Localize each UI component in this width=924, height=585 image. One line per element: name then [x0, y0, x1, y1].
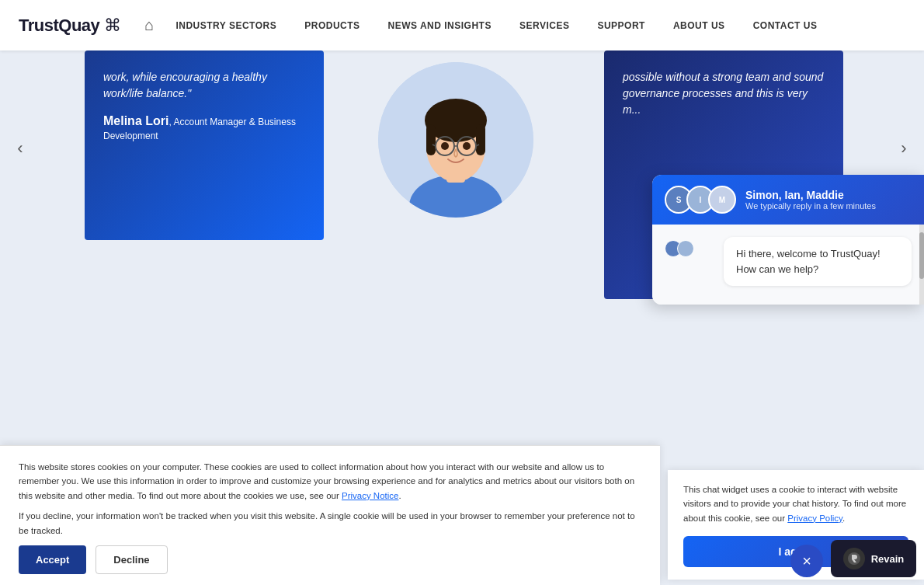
chat-header-avatars: S I M [665, 186, 736, 214]
navbar: TrustQuay ⌘ ⌂ INDUSTRY SECTORS PRODUCTS … [0, 0, 924, 50]
chat-cookie-text: This chat widget uses a cookie to intera… [683, 482, 908, 525]
revain-badge[interactable]: Revain [831, 540, 916, 577]
testimonial-quote-right: possible without a strong team and sound… [623, 69, 825, 118]
nav-products[interactable]: PRODUCTS [290, 0, 373, 50]
main-content: ‹ work, while encouraging a healthy work… [0, 50, 924, 585]
home-icon[interactable]: ⌂ [144, 16, 154, 34]
revain-logo-icon [847, 552, 861, 566]
chat-header: S I M Simon, Ian, Maddie We typically re… [652, 175, 924, 225]
chat-welcome-message: Hi there, welcome to TrustQuay! How can … [724, 237, 912, 286]
svg-point-12 [441, 142, 449, 150]
logo[interactable]: TrustQuay ⌘ [19, 16, 121, 36]
cookie-text-1: This website stores cookies on your comp… [19, 460, 641, 503]
avatar-illustration [378, 62, 533, 218]
testimonial-card-left: work, while encouraging a healthy work/l… [85, 50, 324, 240]
logo-text: TrustQuay [19, 16, 99, 36]
decline-button[interactable]: Decline [96, 545, 167, 574]
chat-reply-time: We typically reply in a few minutes [745, 201, 876, 211]
nav-industry-sectors[interactable]: INDUSTRY SECTORS [162, 0, 290, 50]
carousel-arrow-left[interactable]: ‹ [8, 136, 33, 161]
close-chat-button[interactable]: × [790, 545, 823, 577]
accept-button[interactable]: Accept [19, 545, 86, 574]
chat-body: Hi there, welcome to TrustQuay! How can … [652, 225, 924, 305]
cookie-banner: This website stores cookies on your comp… [0, 445, 660, 585]
revain-icon [843, 548, 865, 569]
testimonial-quote-left: work, while encouraging a healthy work/l… [103, 69, 305, 102]
nav-contact-us[interactable]: CONTACT US [739, 0, 832, 50]
nav-support[interactable]: SUPPORT [583, 0, 659, 50]
chat-avatar-3: M [708, 186, 736, 214]
chat-widget: S I M Simon, Ian, Maddie We typically re… [652, 175, 924, 305]
privacy-notice-link[interactable]: Privacy Notice [342, 491, 399, 500]
logo-icon: ⌘ [104, 16, 121, 36]
revain-label: Revain [871, 553, 905, 565]
chat-agent-names: Simon, Ian, Maddie [745, 189, 876, 201]
testimonial-name-left: Melina Lori, Account Manager & Business … [103, 114, 305, 142]
svg-rect-5 [426, 124, 436, 155]
svg-point-13 [463, 142, 471, 150]
nav-services[interactable]: SERVICES [505, 0, 583, 50]
chat-header-info: Simon, Ian, Maddie We typically reply in… [745, 189, 876, 211]
svg-rect-6 [476, 124, 485, 155]
chat-privacy-policy-link[interactable]: Privacy Policy [787, 514, 842, 523]
testimonial-avatar [378, 62, 533, 218]
nav-news-insights[interactable]: NEWS AND INSIGHTS [374, 0, 505, 50]
cookie-text-2: If you decline, your information won't b… [19, 509, 641, 538]
chat-scrollbar[interactable] [919, 225, 924, 305]
cookie-buttons: Accept Decline [19, 545, 641, 574]
nav-links: INDUSTRY SECTORS PRODUCTS NEWS AND INSIG… [162, 0, 905, 50]
nav-about-us[interactable]: ABOUT US [659, 0, 739, 50]
carousel-arrow-right[interactable]: › [891, 136, 916, 161]
